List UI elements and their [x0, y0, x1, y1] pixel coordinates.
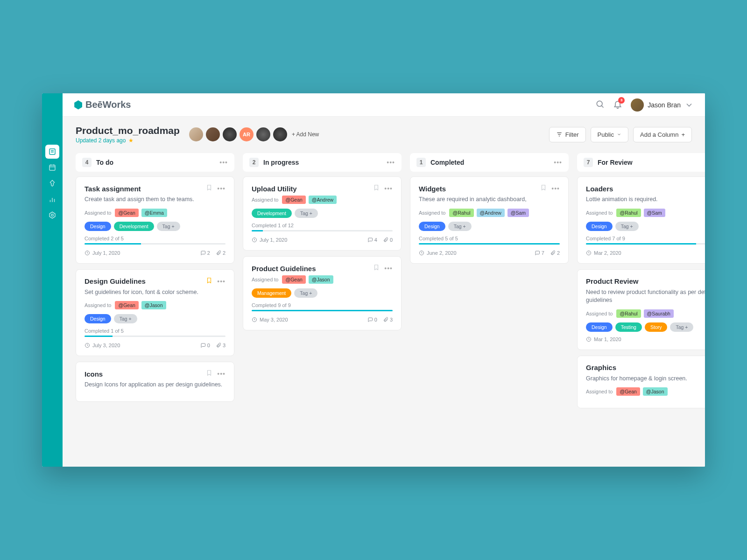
bookmark-icon[interactable]	[373, 264, 380, 273]
topbar: ⬢ BeēWorks 3 Jason Bran	[63, 93, 705, 117]
assignee-mention[interactable]: @Saurabh	[644, 309, 674, 318]
card-more-icon[interactable]: •••	[217, 278, 226, 285]
nav-analytics-icon[interactable]	[45, 192, 59, 206]
tag[interactable]: Design	[586, 222, 613, 231]
nav-board-icon[interactable]	[45, 145, 59, 159]
card-attachments[interactable]: 3	[216, 343, 226, 348]
column: 7For Review•••LoadersLottie animation is…	[577, 153, 705, 454]
bookmark-icon[interactable]	[206, 370, 212, 378]
card-attachments[interactable]: 2	[550, 250, 560, 256]
tag[interactable]: Management	[252, 288, 291, 298]
tag[interactable]: Development	[252, 209, 292, 218]
visibility-button[interactable]: Public	[591, 127, 628, 142]
assignee-mention[interactable]: @Jason	[141, 301, 166, 309]
member-avatar[interactable]	[256, 127, 270, 141]
add-column-button[interactable]: Add a Column +	[633, 127, 692, 142]
assignee-mention[interactable]: @Gean	[282, 196, 305, 204]
card[interactable]: Icons•••Design Icons for application as …	[76, 362, 234, 402]
add-tag-button[interactable]: Tag +	[615, 222, 639, 231]
bookmark-icon[interactable]	[373, 184, 380, 193]
column-more-icon[interactable]: •••	[387, 159, 395, 166]
tag[interactable]: Design	[419, 222, 445, 231]
add-tag-button[interactable]: Tag +	[295, 209, 318, 218]
assignee-mention[interactable]: @Jason	[643, 387, 668, 396]
search-icon[interactable]	[595, 99, 605, 111]
card-comments[interactable]: 4	[367, 237, 377, 243]
assignee-mention[interactable]: @Rahul	[616, 309, 641, 318]
add-tag-button[interactable]: Tag +	[670, 322, 693, 332]
assignee-mention[interactable]: @Gean	[616, 387, 640, 396]
card-more-icon[interactable]: •••	[384, 265, 393, 272]
column-count: 4	[82, 158, 92, 167]
add-member-button[interactable]: + Add New	[292, 131, 319, 138]
column-title: For Review	[598, 159, 633, 166]
card-attachments[interactable]: 3	[383, 317, 393, 322]
assignee-mention[interactable]: @Andrew	[309, 196, 337, 204]
assignee-mention[interactable]: @Rahul	[449, 209, 473, 217]
card-comments[interactable]: 0	[200, 343, 210, 348]
nav-pin-icon[interactable]	[45, 176, 59, 190]
assignee-mention[interactable]: @Andrew	[477, 209, 505, 217]
card[interactable]: Product ReviewNeed to review product fun…	[577, 269, 705, 350]
card-footer: July 3, 202003	[85, 343, 226, 348]
card[interactable]: Upload Utility•••Assigned to@Gean@Andrew…	[243, 176, 402, 251]
member-avatar[interactable]: AR	[240, 127, 254, 141]
card-date: June 2, 2020	[419, 250, 457, 256]
add-tag-button[interactable]: Tag +	[114, 314, 137, 323]
member-avatar[interactable]	[206, 127, 220, 141]
assigned-row: Assigned to@Rahul@Sam	[586, 209, 705, 217]
card-comments[interactable]: 7	[535, 250, 544, 256]
card-more-icon[interactable]: •••	[384, 185, 393, 192]
nav-settings-icon[interactable]	[45, 208, 59, 222]
visibility-label: Public	[598, 131, 614, 138]
tag[interactable]: Design	[85, 314, 111, 323]
card-attachments[interactable]: 2	[216, 250, 226, 256]
card-attachments[interactable]: 0	[383, 237, 393, 243]
assignee-mention[interactable]: @Emma	[141, 209, 167, 217]
svg-line-13	[602, 105, 604, 107]
card[interactable]: Widgets•••These are required in analytic…	[410, 176, 569, 264]
assignee-mention[interactable]: @Gean	[115, 301, 138, 309]
card-comments[interactable]: 0	[367, 317, 377, 322]
card-footer: May 3, 202003	[252, 317, 393, 322]
add-tag-button[interactable]: Tag +	[448, 222, 472, 231]
card[interactable]: Design Guidelines•••Set guidelines for i…	[76, 269, 234, 357]
member-avatar[interactable]	[273, 127, 287, 141]
bookmark-icon[interactable]	[540, 184, 547, 193]
member-avatar[interactable]	[223, 127, 237, 141]
card[interactable]: GraphicsGraphics for homepage & login sc…	[577, 356, 705, 409]
logo[interactable]: ⬢ BeēWorks	[74, 99, 131, 111]
assignee-mention[interactable]: @Sam	[644, 209, 665, 217]
card[interactable]: Product Guidelines•••Assigned to@Gean@Ja…	[243, 256, 402, 330]
progress-bar	[419, 243, 560, 245]
tag[interactable]: Design	[586, 322, 613, 332]
card-more-icon[interactable]: •••	[551, 185, 560, 192]
add-tag-button[interactable]: Tag +	[294, 288, 317, 298]
card-more-icon[interactable]: •••	[217, 185, 226, 192]
star-icon[interactable]: ★	[128, 137, 134, 144]
card[interactable]: Task assignment•••Create task and assign…	[76, 176, 234, 264]
column-more-icon[interactable]: •••	[219, 159, 228, 166]
user-menu[interactable]: Jason Bran	[631, 98, 694, 112]
member-avatar[interactable]	[189, 127, 203, 141]
bookmark-icon[interactable]	[206, 277, 212, 286]
nav-calendar-icon[interactable]	[45, 161, 59, 175]
column-more-icon[interactable]: •••	[554, 159, 562, 166]
assignee-mention[interactable]: @Rahul	[616, 209, 641, 217]
notification-icon[interactable]: 3	[613, 99, 622, 111]
tag[interactable]: Testing	[615, 322, 642, 332]
assignee-mention[interactable]: @Sam	[507, 209, 529, 217]
assignee-mention[interactable]: @Gean	[282, 275, 305, 284]
assignee-mention[interactable]: @Gean	[115, 209, 138, 217]
filter-button[interactable]: Filter	[549, 127, 586, 142]
card-date: Mar 1, 2020	[586, 336, 621, 342]
add-tag-button[interactable]: Tag +	[157, 222, 180, 231]
tag[interactable]: Development	[114, 222, 154, 231]
card[interactable]: LoadersLottie animation is required.Assi…	[577, 176, 705, 264]
assignee-mention[interactable]: @Jason	[309, 275, 333, 284]
bookmark-icon[interactable]	[206, 184, 212, 193]
card-more-icon[interactable]: •••	[217, 370, 226, 378]
tag[interactable]: Story	[645, 322, 668, 332]
tag[interactable]: Design	[85, 222, 111, 231]
card-comments[interactable]: 2	[200, 250, 210, 256]
